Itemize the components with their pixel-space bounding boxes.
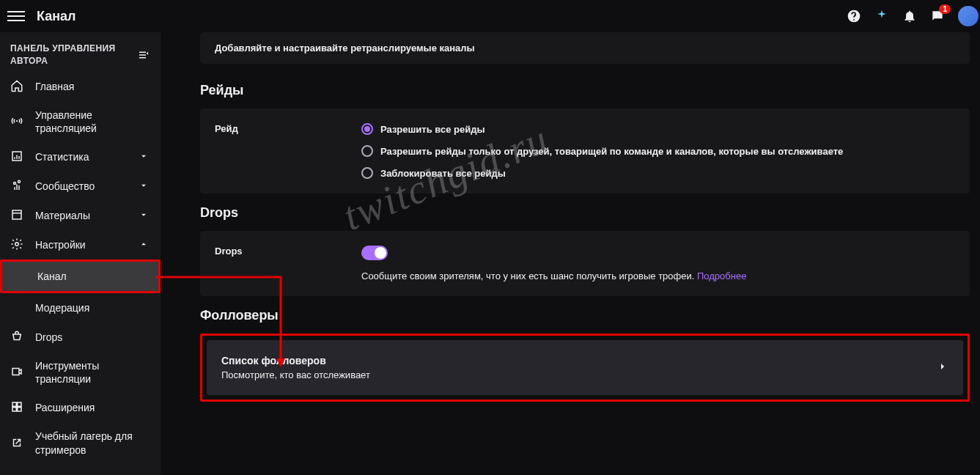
sidebar-item-community[interactable]: Сообщество bbox=[0, 172, 161, 201]
sidebar-item-label: Инструменты трансляции bbox=[35, 359, 150, 386]
community-icon bbox=[10, 179, 25, 194]
sidebar-heading: ПАНЕЛЬ УПРАВЛЕНИЯ АВТОРА bbox=[10, 43, 137, 67]
drops-icon bbox=[10, 330, 25, 345]
sidebar-item-stats[interactable]: Статистика bbox=[0, 142, 161, 172]
sidebar-item-label: Настройки bbox=[35, 238, 139, 251]
gear-icon bbox=[10, 238, 25, 252]
radio-label: Разрешить все рейды bbox=[380, 124, 485, 135]
radio-icon bbox=[361, 145, 373, 157]
menu-button[interactable] bbox=[7, 7, 25, 25]
stats-icon bbox=[10, 150, 25, 164]
camera-icon bbox=[10, 365, 25, 380]
main-content: Добавляйте и настраивайте ретранслируемы… bbox=[161, 32, 980, 475]
sidebar-item-label: Материалы bbox=[35, 209, 139, 222]
sidebar-item-bootcamp[interactable]: Учебный лагерь для стримеров bbox=[0, 422, 161, 463]
drops-label: Drops bbox=[215, 246, 332, 257]
svg-point-1 bbox=[15, 243, 19, 246]
sidebar-item-stream[interactable]: Управление трансляцией bbox=[0, 101, 161, 142]
followers-card-title: Список фолловеров bbox=[221, 355, 370, 367]
sidebar: ПАНЕЛЬ УПРАВЛЕНИЯ АВТОРА Главная Управле… bbox=[0, 32, 161, 475]
sidebar-item-settings[interactable]: Настройки bbox=[0, 230, 161, 259]
collapse-sidebar-icon[interactable] bbox=[137, 48, 150, 62]
followers-card-desc: Посмотрите, кто вас отслеживает bbox=[221, 369, 370, 380]
radio-icon bbox=[361, 167, 373, 179]
broadcast-icon bbox=[10, 114, 25, 129]
sidebar-item-home[interactable]: Главная bbox=[0, 72, 161, 101]
chevron-up-icon bbox=[139, 239, 150, 251]
raids-title: Рейды bbox=[200, 83, 970, 98]
raids-label: Рейд bbox=[215, 123, 332, 134]
followers-title: Фолловеры bbox=[200, 308, 970, 323]
raids-setting: Рейд Разрешить все рейды Разрешить рейды… bbox=[200, 108, 970, 194]
sidebar-subitem-moderation[interactable]: Модерация bbox=[0, 293, 161, 323]
followers-list-card[interactable]: Список фолловеров Посмотрите, кто вас от… bbox=[207, 340, 963, 395]
page-title: Канал bbox=[37, 9, 76, 24]
drops-title: Drops bbox=[200, 205, 970, 221]
sidebar-item-label: Drops bbox=[35, 331, 150, 344]
extensions-icon bbox=[10, 400, 25, 415]
drops-setting: Drops Сообщите своим зрителям, что у них… bbox=[200, 231, 970, 296]
sidebar-subitem-channel[interactable]: Канал bbox=[2, 262, 158, 291]
drops-toggle[interactable] bbox=[361, 246, 388, 260]
raid-option-block[interactable]: Заблокировать все рейды bbox=[361, 167, 955, 179]
sidebar-item-materials[interactable]: Материалы bbox=[0, 201, 161, 230]
whispers-icon[interactable]: 1 bbox=[930, 9, 945, 23]
external-icon bbox=[10, 436, 25, 451]
annotation-highlight: Канал bbox=[0, 259, 161, 293]
sidebar-item-extensions[interactable]: Расширения bbox=[0, 393, 161, 422]
chevron-down-icon bbox=[139, 151, 150, 163]
sidebar-item-label: Расширения bbox=[35, 401, 150, 414]
drops-more-link[interactable]: Подробнее bbox=[697, 270, 746, 281]
materials-icon bbox=[10, 208, 25, 223]
radio-label: Разрешить рейды только от друзей, товари… bbox=[380, 146, 843, 157]
retranslate-card: Добавляйте и настраивайте ретранслируемы… bbox=[200, 32, 970, 64]
whispers-badge: 1 bbox=[939, 4, 951, 14]
drops-desc: Сообщите своим зрителям, что у них есть … bbox=[361, 270, 955, 281]
notifications-icon[interactable] bbox=[902, 9, 917, 23]
sidebar-item-label: Главная bbox=[35, 80, 150, 93]
radio-icon bbox=[361, 123, 373, 135]
radio-label: Заблокировать все рейды bbox=[380, 168, 506, 179]
svg-point-0 bbox=[16, 120, 18, 122]
sidebar-item-label: Сообщество bbox=[35, 180, 139, 193]
chevron-down-icon bbox=[139, 210, 150, 221]
annotation-highlight: Список фолловеров Посмотрите, кто вас от… bbox=[200, 334, 970, 402]
chevron-down-icon bbox=[139, 180, 150, 192]
sidebar-item-drops[interactable]: Drops bbox=[0, 323, 161, 352]
sidebar-item-label: Статистика bbox=[35, 150, 139, 163]
sidebar-item-label: Учебный лагерь для стримеров bbox=[35, 430, 150, 456]
sidebar-item-tools[interactable]: Инструменты трансляции bbox=[0, 352, 161, 393]
avatar[interactable] bbox=[958, 6, 979, 26]
home-icon bbox=[10, 79, 25, 94]
help-icon[interactable] bbox=[847, 9, 861, 23]
raid-option-friends-only[interactable]: Разрешить рейды только от друзей, товари… bbox=[361, 145, 955, 157]
retranslate-desc: Добавляйте и настраивайте ретранслируемы… bbox=[215, 43, 955, 54]
raid-option-allow-all[interactable]: Разрешить все рейды bbox=[361, 123, 955, 135]
sparkle-icon[interactable] bbox=[874, 9, 889, 23]
chevron-right-icon bbox=[937, 361, 948, 375]
sidebar-item-label: Управление трансляцией bbox=[35, 108, 150, 135]
